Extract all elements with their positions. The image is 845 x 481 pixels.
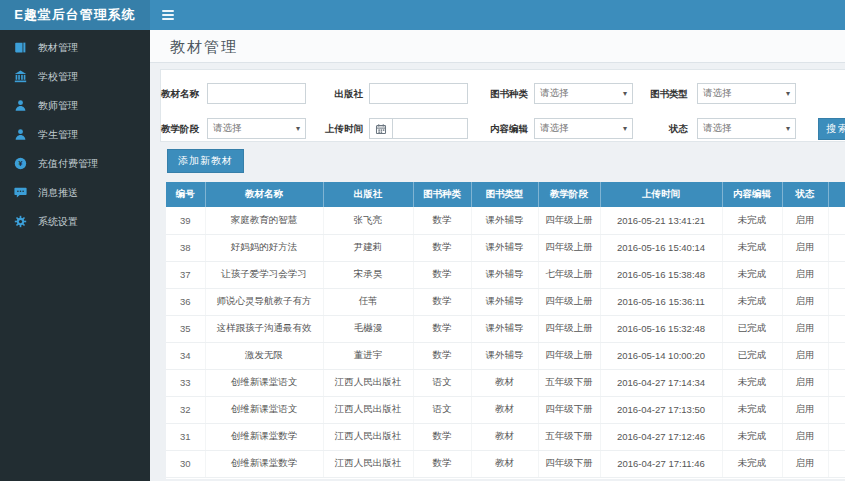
cell-material-name: 好妈妈的好方法 [205, 234, 323, 261]
cell-teaching-stage: 四年级上册 [538, 234, 600, 261]
cell-material-name: 创维新课堂语文 [205, 369, 323, 396]
cell-status: 启用 [782, 261, 828, 288]
cell-actions [828, 288, 845, 315]
teacher-icon [14, 99, 27, 112]
book-category-select[interactable]: 请选择 ▾ [534, 83, 633, 104]
table-row: 35 这样跟孩子沟通最有效 毛樾漫 数学 课外辅导 四年级上册 2016-05-… [166, 315, 845, 342]
status-select[interactable]: 请选择 ▾ [697, 118, 796, 139]
filter-label-publisher: 出版社 [301, 83, 363, 104]
table-header: 编号 教材名称 出版社 图书种类 图书类型 教学阶段 上传时间 内容编辑 状态 [166, 182, 845, 207]
app-title: E趣堂后台管理系统 [0, 0, 150, 30]
book-type-select[interactable]: 请选择 ▾ [697, 83, 796, 104]
cell-publisher: 毛樾漫 [323, 315, 413, 342]
cell-status: 启用 [782, 369, 828, 396]
sidebar-item-schools[interactable]: 学校管理 [0, 62, 150, 91]
cell-status: 启用 [782, 234, 828, 261]
sidebar-item-teachers[interactable]: 教师管理 [0, 91, 150, 120]
cell-upload-time: 2016-04-27 17:11:46 [600, 450, 722, 477]
col-header-book-type: 图书类型 [471, 182, 538, 207]
cell-publisher: 尹建莉 [323, 234, 413, 261]
cell-material-name: 家庭教育的智慧 [205, 207, 323, 234]
table-row: 31 创维新课堂数学 江西人民出版社 数学 教材 五年级下册 2016-04-2… [166, 423, 845, 450]
cell-material-name: 创维新课堂数学 [205, 450, 323, 477]
cell-actions [828, 207, 845, 234]
calendar-icon[interactable] [369, 118, 393, 139]
cell-book-type: 教材 [471, 396, 538, 423]
cell-content-edit: 未完成 [722, 234, 782, 261]
content-edit-select[interactable]: 请选择 ▾ [534, 118, 633, 139]
book-category-select-value: 请选择 [540, 87, 569, 100]
cell-book-category: 语文 [413, 369, 471, 396]
teaching-stage-select-value: 请选择 [213, 122, 242, 135]
cell-publisher: 江西人民出版社 [323, 423, 413, 450]
teaching-stage-select[interactable]: 请选择 ▾ [207, 118, 306, 139]
cell-status: 启用 [782, 288, 828, 315]
table-body: 39 家庭教育的智慧 张飞亮 数学 课外辅导 四年级上册 2016-05-21 … [166, 207, 845, 477]
cell-upload-time: 2016-05-14 10:00:20 [600, 342, 722, 369]
cell-upload-time: 2016-05-16 15:36:11 [600, 288, 722, 315]
material-name-input[interactable] [207, 83, 306, 104]
sidebar-item-messages[interactable]: 消息推送 [0, 178, 150, 207]
table-row: 37 让孩子爱学习会学习 宋承昊 数学 课外辅导 七年级上册 2016-05-1… [166, 261, 845, 288]
table-row: 33 创维新课堂语文 江西人民出版社 语文 教材 五年级下册 2016-04-2… [166, 369, 845, 396]
content-header: 教材管理 [150, 30, 845, 63]
table-row: 39 家庭教育的智慧 张飞亮 数学 课外辅导 四年级上册 2016-05-21 … [166, 207, 845, 234]
cell-teaching-stage: 四年级下册 [538, 450, 600, 477]
cell-publisher: 江西人民出版社 [323, 450, 413, 477]
cell-teaching-stage: 五年级下册 [538, 369, 600, 396]
cell-status: 启用 [782, 207, 828, 234]
cell-id: 32 [166, 396, 205, 423]
topbar: E趣堂后台管理系统 [0, 0, 845, 30]
add-material-button[interactable]: 添加新教材 [167, 149, 244, 173]
cell-id: 37 [166, 261, 205, 288]
cell-book-type: 课外辅导 [471, 234, 538, 261]
sidebar-item-label: 教师管理 [38, 99, 78, 113]
table-row: 36 师说心灵导航教子有方 任苇 数学 课外辅导 四年级上册 2016-05-1… [166, 288, 845, 315]
sidebar-item-payments[interactable]: ¥ 充值付费管理 [0, 149, 150, 178]
cell-book-type: 课外辅导 [471, 207, 538, 234]
table-row: 38 好妈妈的好方法 尹建莉 数学 课外辅导 四年级上册 2016-05-16 … [166, 234, 845, 261]
search-button[interactable]: 搜索 [818, 118, 845, 140]
cell-upload-time: 2016-04-27 17:14:34 [600, 369, 722, 396]
cell-actions [828, 342, 845, 369]
sidebar-item-settings[interactable]: 系统设置 [0, 207, 150, 236]
cell-book-category: 数学 [413, 288, 471, 315]
materials-table: 编号 教材名称 出版社 图书种类 图书类型 教学阶段 上传时间 内容编辑 状态 … [166, 182, 845, 479]
sidebar-toggle-button[interactable] [150, 0, 186, 30]
cell-id: 33 [166, 369, 205, 396]
cell-teaching-stage: 四年级上册 [538, 288, 600, 315]
cell-publisher: 任苇 [323, 288, 413, 315]
filter-label-upload-time: 上传时间 [301, 118, 363, 139]
sidebar-item-students[interactable]: 学生管理 [0, 120, 150, 149]
status-select-value: 请选择 [703, 122, 732, 135]
cell-book-category: 语文 [413, 396, 471, 423]
upload-time-input[interactable] [393, 118, 468, 139]
col-header-id: 编号 [166, 182, 205, 207]
cell-status: 启用 [782, 450, 828, 477]
cell-publisher: 江西人民出版社 [323, 396, 413, 423]
cell-status: 启用 [782, 342, 828, 369]
cell-publisher: 宋承昊 [323, 261, 413, 288]
sidebar-item-materials[interactable]: 教材管理 [0, 33, 150, 62]
sidebar-item-label: 消息推送 [38, 186, 78, 200]
cell-actions [828, 261, 845, 288]
cell-teaching-stage: 七年级上册 [538, 261, 600, 288]
page-title: 教材管理 [150, 30, 845, 63]
table-row: 30 创维新课堂数学 江西人民出版社 数学 教材 四年级下册 2016-04-2… [166, 450, 845, 477]
cell-material-name: 这样跟孩子沟通最有效 [205, 315, 323, 342]
filter-panel: 教材名称 出版社 图书种类 请选择 ▾ 图书类型 请选择 ▾ 教学阶段 请选择 … [160, 69, 845, 142]
publisher-input[interactable] [369, 83, 468, 104]
student-icon [14, 128, 27, 141]
cell-actions [828, 450, 845, 477]
cell-id: 31 [166, 423, 205, 450]
cell-status: 启用 [782, 315, 828, 342]
cell-book-category: 数学 [413, 423, 471, 450]
cell-book-category: 数学 [413, 207, 471, 234]
cell-id: 30 [166, 450, 205, 477]
table-row: 34 激发无限 董进宇 数学 课外辅导 四年级上册 2016-05-14 10:… [166, 342, 845, 369]
col-header-status: 状态 [782, 182, 828, 207]
sidebar-item-label: 学校管理 [38, 70, 78, 84]
cell-id: 34 [166, 342, 205, 369]
cell-upload-time: 2016-05-16 15:32:48 [600, 315, 722, 342]
cell-publisher: 张飞亮 [323, 207, 413, 234]
